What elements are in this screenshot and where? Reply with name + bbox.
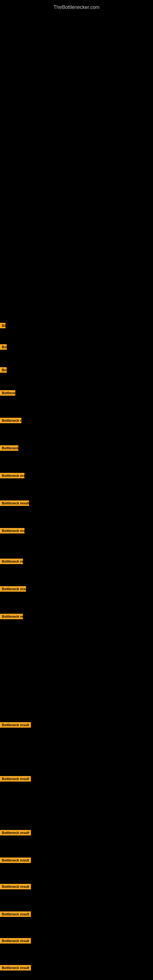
bottleneck-result-badge[interactable]: Bottleneck result xyxy=(0,558,23,564)
bottleneck-result-badge[interactable]: Bottleneck result xyxy=(0,323,5,328)
bottleneck-result-badge[interactable]: Bottleneck result xyxy=(0,390,15,396)
bottleneck-result-badge[interactable]: Bottleneck result xyxy=(0,586,26,592)
result-item-3: Bottleneck result xyxy=(0,366,153,374)
bottleneck-result-badge[interactable]: Bottleneck result xyxy=(0,500,29,506)
bottleneck-result-badge[interactable]: Bottleneck result xyxy=(0,473,24,478)
bottleneck-result-badge[interactable]: Bottleneck result xyxy=(0,344,7,350)
bottleneck-result-badge[interactable]: Bottleneck result xyxy=(0,367,7,373)
result-item-2: Bottleneck result xyxy=(0,343,153,351)
result-item-9: Bottleneck result xyxy=(0,527,153,535)
result-item-4: Bottleneck result xyxy=(0,389,153,397)
bottleneck-result-badge[interactable]: Bottleneck result xyxy=(0,528,24,533)
result-item-14: Bottleneck result xyxy=(0,775,153,783)
bottleneck-result-badge[interactable]: Bottleneck result xyxy=(0,858,31,863)
bottleneck-result-badge[interactable]: Bottleneck result xyxy=(0,418,21,423)
result-item-11: Bottleneck result xyxy=(0,585,153,593)
result-item-19: Bottleneck result xyxy=(0,937,153,945)
bottleneck-result-badge[interactable]: Bottleneck result xyxy=(0,912,31,917)
result-item-1: Bottleneck result xyxy=(0,321,153,329)
result-item-17: Bottleneck result xyxy=(0,883,153,891)
result-item-7: Bottleneck result xyxy=(0,472,153,480)
result-item-12: Bottleneck result xyxy=(0,612,153,620)
result-item-15: Bottleneck result xyxy=(0,829,153,837)
bottleneck-result-badge[interactable]: Bottleneck result xyxy=(0,445,18,451)
bottleneck-result-badge[interactable]: Bottleneck result xyxy=(0,938,31,943)
result-item-5: Bottleneck result xyxy=(0,417,153,425)
bottleneck-result-badge[interactable]: Bottleneck result xyxy=(0,722,31,728)
result-item-16: Bottleneck result xyxy=(0,856,153,864)
result-item-6: Bottleneck result xyxy=(0,444,153,452)
result-item-8: Bottleneck result xyxy=(0,499,153,507)
result-item-13: Bottleneck result xyxy=(0,721,153,729)
bottleneck-result-badge[interactable]: Bottleneck result xyxy=(0,884,31,889)
result-item-20: Bottleneck result xyxy=(0,964,153,972)
result-item-18: Bottleneck result xyxy=(0,910,153,918)
bottleneck-result-badge[interactable]: Bottleneck result xyxy=(0,830,31,835)
site-title: TheBottlenecker.com xyxy=(0,2,153,13)
bottleneck-result-badge[interactable]: Bottleneck result xyxy=(0,965,31,970)
bottleneck-result-badge[interactable]: Bottleneck result xyxy=(0,614,23,619)
bottleneck-result-badge[interactable]: Bottleneck result xyxy=(0,776,31,781)
result-item-10: Bottleneck result xyxy=(0,557,153,565)
